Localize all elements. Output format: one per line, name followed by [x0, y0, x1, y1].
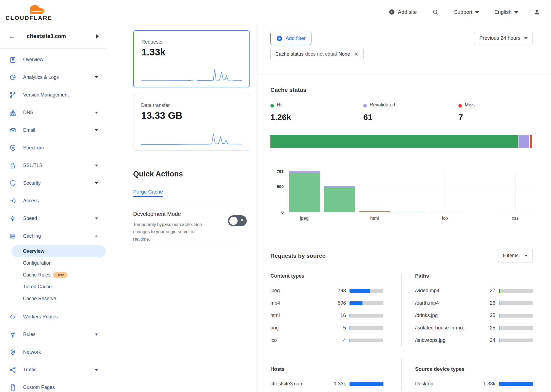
sidebar-item-label: Traffic [23, 367, 95, 373]
sidebar-item-analytics-logs[interactable]: Analytics & Logs [0, 68, 106, 86]
row-value: 27 [475, 288, 495, 294]
git-branch-icon [9, 91, 17, 99]
sidebar-item-traffic[interactable]: Traffic [0, 361, 106, 378]
language-menu[interactable]: English [494, 9, 518, 15]
table-row: /earth.mp426 [415, 297, 533, 309]
sidebar-subitem-label: Configuration [23, 260, 52, 266]
x-axis-label: jpeg [300, 216, 308, 221]
shield-icon [9, 179, 17, 187]
sidebar-item-version-management[interactable]: Version Management [0, 86, 106, 104]
account-button[interactable] [534, 9, 540, 15]
legend-head: Revalidated [363, 102, 451, 109]
purge-cache-link[interactable]: Purge Cache [133, 189, 163, 197]
cache-status-filter-chip[interactable]: Cache status does not equal None ✕ [270, 48, 364, 60]
add-site-button[interactable]: Add site [389, 9, 417, 15]
remove-filter-icon[interactable]: ✕ [354, 51, 359, 57]
plus-circle-icon [389, 9, 395, 15]
requests-sparkline [141, 67, 242, 83]
code-brackets-icon [9, 313, 17, 321]
legend-label[interactable]: Hit [277, 102, 283, 109]
sidebar-item-spectrum[interactable]: Spectrum [0, 139, 106, 157]
table-row: /snowtops.jpg24 [415, 334, 533, 347]
development-mode-toggle[interactable]: ✕ [228, 215, 247, 226]
row-bar-fill [499, 314, 499, 318]
chevron-down-icon [524, 37, 528, 39]
sidebar-item-label: Email [23, 127, 95, 133]
chevron-down-icon [514, 11, 518, 14]
sidebar-subitem-cache-reserve[interactable]: Cache Reserve [12, 293, 106, 305]
sidebar-item-label: DNS [23, 110, 95, 116]
chevron-up-icon [95, 235, 98, 237]
sidebar-subitem-cache-rules[interactable]: Cache RulesBeta [12, 269, 106, 281]
row-bar-fill [499, 289, 500, 293]
data-transfer-label: Data transfer [141, 103, 242, 108]
stacked-segment-miss [530, 135, 532, 148]
table-row: /drinks.jpg25 [415, 309, 533, 322]
sidebar-item-dns[interactable]: DNS [0, 104, 106, 121]
legend-item-hit: Hit1.26k [270, 101, 356, 122]
row-bar-track [350, 314, 383, 318]
bar-ico [430, 212, 461, 212]
row-value: 1.33k [475, 381, 495, 387]
top-header: CLOUDFLARE Add site Support English [0, 0, 551, 24]
sidebar-subitem-tiered-cache[interactable]: Tiered Cache [12, 281, 106, 293]
sidebar-item-workers-routes[interactable]: Workers Routes [0, 308, 106, 326]
requests-by-source-section: Requests by source 5 items Content types… [257, 249, 551, 390]
filter-field: Cache status [275, 51, 303, 57]
quick-actions-title: Quick Actions [133, 170, 257, 178]
legend-label[interactable]: Miss [465, 102, 475, 109]
sidebar-item-security[interactable]: Security [0, 174, 106, 192]
row-bar-track [499, 382, 533, 386]
y-axis-label: 500 [270, 184, 284, 189]
sidebar-item-speed[interactable]: Speed [0, 210, 106, 227]
sidebar-item-caching[interactable]: Caching [0, 227, 106, 245]
development-mode-section: Development Mode Temporarily bypass our … [133, 211, 247, 243]
cloudflare-wordmark: CLOUDFLARE [6, 15, 52, 21]
data-transfer-metric-card[interactable]: Data transfer 13.33 GB [133, 94, 250, 151]
bar-segment [289, 173, 320, 212]
sidebar-subitem-configuration[interactable]: Configuration [12, 257, 106, 269]
sidebar-item-label: Spectrum [23, 145, 98, 151]
bar-segment [359, 212, 390, 212]
divider [133, 248, 247, 248]
search-button[interactable] [432, 9, 439, 15]
sidebar-subitem-overview[interactable]: Overview [12, 245, 106, 257]
sidebar-item-email[interactable]: Email [0, 121, 106, 139]
sidebar-item-network[interactable]: Network [0, 343, 106, 361]
site-switcher-caret-icon[interactable] [96, 34, 99, 39]
bar-segment [324, 187, 355, 212]
chevron-down-icon [475, 11, 479, 14]
support-menu[interactable]: Support [454, 9, 479, 15]
sidebar-item-overview[interactable]: Overview [0, 51, 106, 68]
sidebar-item-ssl-tls[interactable]: SSL/TLS [0, 157, 106, 174]
row-bar-track [499, 289, 533, 293]
row-bar-track [499, 301, 533, 305]
sidebar-subitem-label: Cache Rules [23, 272, 50, 278]
sidebar-item-custom-pages[interactable]: Custom Pages [0, 378, 106, 392]
beta-badge: Beta [53, 272, 68, 278]
chevron-down-icon [95, 182, 98, 184]
cloudflare-logo: CLOUDFLARE [6, 3, 52, 21]
back-arrow-icon[interactable]: ← [8, 33, 16, 40]
source-columns: Content typesjpeg793mp4506html16png5ico4… [270, 273, 533, 347]
user-icon [534, 9, 540, 15]
sidebar: ← cftestsite3.com OverviewAnalytics & Lo… [0, 24, 106, 392]
sidebar-item-access[interactable]: Access [0, 192, 106, 210]
chevron-down-icon [95, 369, 98, 371]
row-bar-fill [350, 339, 350, 342]
add-filter-button[interactable]: Add filter [270, 32, 311, 45]
data-transfer-value: 13.33 GB [141, 110, 242, 121]
time-range-select[interactable]: Previous 24 hours [474, 32, 533, 44]
source-column-content-types: Content typesjpeg793mp4506html16png5ico4 [270, 273, 402, 347]
cloudflare-cloud-icon [25, 3, 51, 15]
bar-segment [465, 212, 496, 212]
cache-status-bar-chart: jpeghtmlicocss7935000 [270, 171, 533, 223]
items-count-select[interactable]: 5 items [498, 249, 533, 262]
bar-unlabeled-1 [324, 186, 355, 212]
y-axis-label: 0 [270, 210, 284, 214]
share-nodes-icon [9, 366, 17, 374]
legend-label[interactable]: Revalidated [370, 102, 395, 109]
requests-metric-card[interactable]: Requests 1.33k [133, 30, 250, 87]
sidebar-item-rules[interactable]: Rules [0, 326, 106, 343]
sidebar-subitem-label: Tiered Cache [23, 284, 52, 290]
